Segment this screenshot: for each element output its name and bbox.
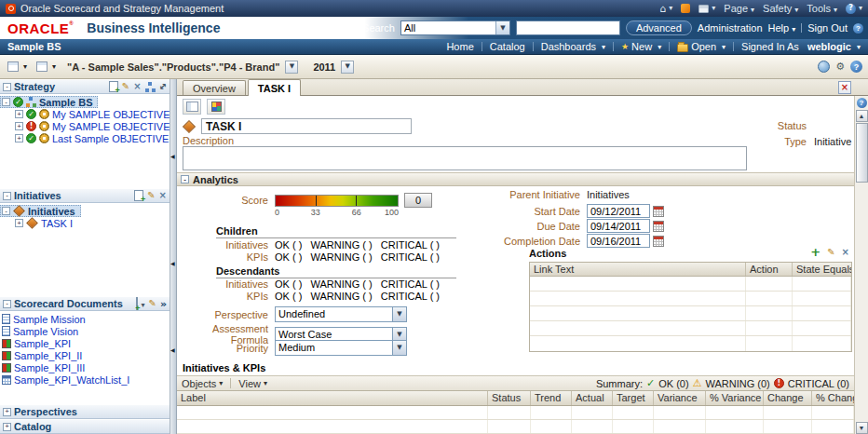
perspective-select[interactable]: Undefined [275, 306, 407, 322]
column-header[interactable]: State Equals [793, 263, 851, 276]
tree-node-label[interactable]: Last Sample OBJECTIVE [52, 133, 169, 144]
column-header[interactable]: Variance [654, 391, 706, 405]
pov-dimension-dropdown[interactable] [285, 61, 298, 74]
edit-action-icon[interactable] [827, 248, 834, 257]
hierarchy-icon[interactable] [145, 82, 156, 92]
expand-icon[interactable] [15, 110, 23, 118]
tree-node-objective[interactable]: Last Sample OBJECTIVE [13, 132, 170, 144]
document-label[interactable]: Sample_KPI [14, 338, 71, 349]
table-row[interactable] [530, 306, 851, 321]
tree-node-sample-bs[interactable]: Sample BS [0, 96, 98, 108]
collapse-icon[interactable] [3, 192, 11, 200]
panel-toggle-button[interactable] [183, 99, 201, 115]
delete-icon[interactable] [133, 82, 141, 91]
strategy-panel-header[interactable]: Strategy [0, 79, 170, 94]
forward-button[interactable] [34, 61, 58, 73]
start-date-input[interactable]: 09/12/2011 [587, 204, 650, 218]
expand-icon[interactable] [3, 423, 11, 431]
column-header[interactable]: Action [746, 263, 793, 276]
initiatives-panel-header[interactable]: Initiatives [0, 188, 170, 203]
back-button[interactable] [6, 61, 29, 73]
tree-node-label[interactable]: Initiatives [28, 206, 75, 217]
search-scope-select[interactable]: All [400, 20, 510, 35]
document-item[interactable]: Sample_KPI [0, 337, 170, 349]
document-item[interactable]: Sample_KPI_WatchList_I [0, 373, 170, 386]
search-input[interactable] [516, 20, 620, 35]
feeds-icon[interactable] [681, 4, 690, 13]
add-action-icon[interactable] [810, 246, 821, 258]
sidebar-splitter[interactable] [170, 79, 177, 434]
calendar-icon[interactable] [653, 206, 664, 217]
sign-out-link[interactable]: Sign Out [807, 22, 848, 34]
home-link[interactable]: Home [446, 41, 473, 52]
scroll-down-icon[interactable] [856, 422, 868, 434]
scorecard-view-button[interactable] [207, 99, 225, 115]
column-header[interactable]: % Change [812, 391, 854, 405]
expand-icon[interactable] [15, 219, 23, 227]
task-name-field[interactable]: TASK I [201, 118, 412, 134]
document-label[interactable]: Sample_KPI_II [14, 350, 82, 361]
tab-task[interactable]: TASK I [248, 79, 301, 96]
new-document-menu[interactable] [136, 298, 144, 309]
scrollbar-thumb[interactable] [856, 123, 868, 183]
page-menu[interactable]: Page [724, 3, 754, 14]
help-menu[interactable]: Help [768, 22, 796, 34]
table-row[interactable] [530, 321, 851, 336]
column-header[interactable]: Target [613, 391, 654, 405]
collapse-arrow-icon[interactable] [170, 343, 175, 354]
column-header[interactable]: Link Text [530, 263, 746, 276]
close-tab-icon[interactable] [838, 81, 851, 94]
column-header[interactable]: Trend [531, 391, 572, 405]
catalog-link[interactable]: Catalog [490, 41, 525, 52]
new-menu[interactable]: New [621, 41, 661, 52]
documents-panel-header[interactable]: Scorecard Documents [0, 296, 170, 311]
tree-node-label[interactable]: My SAMPLE OBJECTIVE [52, 109, 170, 120]
catalog-panel-header[interactable]: Catalog [0, 419, 170, 434]
maximize-icon[interactable] [159, 82, 167, 91]
vertical-scrollbar[interactable] [854, 96, 868, 434]
expand-icon[interactable] [15, 122, 23, 130]
new-node-icon[interactable] [134, 190, 143, 201]
expand-icon[interactable] [2, 98, 10, 106]
new-node-icon[interactable] [109, 81, 118, 92]
tools-menu[interactable]: Tools [807, 3, 837, 14]
table-row[interactable] [530, 277, 851, 292]
chevron-down-icon[interactable] [392, 341, 406, 355]
perspectives-panel-header[interactable]: Perspectives [0, 404, 170, 419]
document-item[interactable]: Sample Vision [0, 325, 170, 337]
tab-overview[interactable]: Overview [183, 80, 246, 95]
document-item[interactable]: Sample Mission [0, 313, 170, 325]
chevron-down-icon[interactable] [495, 21, 509, 34]
view-menu[interactable]: View [238, 378, 267, 389]
expand-icon[interactable] [15, 134, 23, 142]
description-textarea[interactable] [183, 146, 747, 170]
edit-icon[interactable] [122, 82, 129, 91]
settings-icon[interactable] [835, 61, 845, 72]
tree-node-label[interactable]: TASK I [41, 218, 73, 229]
calendar-icon[interactable] [653, 221, 664, 232]
help-icon[interactable] [850, 61, 862, 73]
tree-node-initiatives-root[interactable]: Initiatives [0, 205, 81, 217]
objects-menu[interactable]: Objects [182, 378, 223, 389]
document-item[interactable]: Sample_KPI_III [0, 361, 170, 373]
table-row[interactable] [530, 292, 851, 306]
open-menu[interactable]: Open [677, 41, 726, 52]
print-menu[interactable] [698, 5, 715, 13]
column-header[interactable]: Actual [572, 391, 613, 405]
column-header[interactable]: % Variance [706, 391, 764, 405]
tree-node-label[interactable]: My SAMPLE OBJECTIVE II [52, 121, 170, 132]
column-header[interactable]: Status [488, 391, 531, 405]
collapse-icon[interactable] [3, 83, 11, 91]
edit-icon[interactable] [147, 191, 155, 200]
home-icon[interactable] [659, 4, 672, 14]
collapse-arrow-icon[interactable] [170, 149, 175, 160]
header-help-icon[interactable] [853, 23, 863, 34]
due-date-input[interactable]: 09/14/2011 [587, 219, 650, 233]
globe-icon[interactable] [818, 61, 830, 73]
collapse-icon[interactable] [3, 300, 11, 308]
table-row[interactable] [177, 420, 854, 434]
analytics-section-header[interactable]: Analytics [177, 172, 854, 186]
help-icon[interactable] [857, 98, 867, 108]
expand-icon[interactable] [2, 207, 10, 215]
dashboards-menu[interactable]: Dashboards [541, 41, 605, 52]
